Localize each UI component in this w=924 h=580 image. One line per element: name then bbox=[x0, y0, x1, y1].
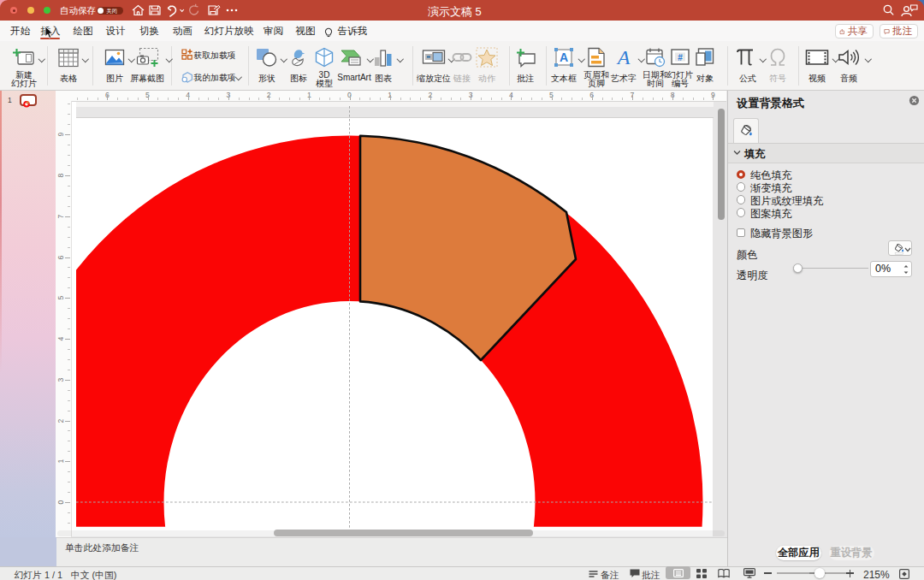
svg-text:A: A bbox=[616, 47, 631, 68]
svg-text:A: A bbox=[560, 50, 568, 64]
svg-text:#: # bbox=[678, 53, 683, 62]
